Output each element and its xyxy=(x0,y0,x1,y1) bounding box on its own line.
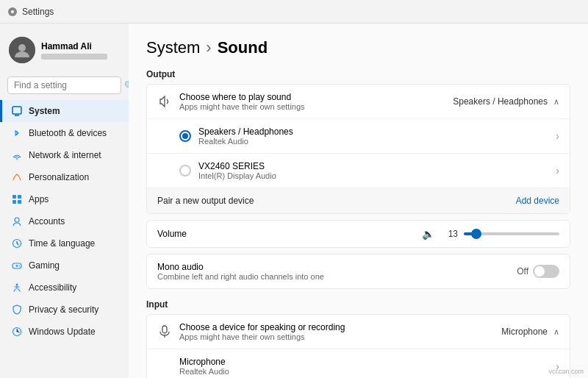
sidebar-item-gaming[interactable]: Gaming xyxy=(0,254,129,277)
sidebar-item-time[interactable]: Time & language xyxy=(0,232,129,254)
input-section-label: Input xyxy=(146,299,570,310)
microphone-row[interactable]: Microphone Realtek Audio › xyxy=(147,349,570,378)
vx2460-chevron: › xyxy=(556,165,559,176)
choose-input-value: Microphone xyxy=(501,327,548,337)
mono-audio-title: Mono audio xyxy=(157,262,517,272)
choose-output-subtitle: Apps might have their own settings xyxy=(179,102,453,111)
bluetooth-icon xyxy=(11,127,23,139)
mono-audio-content: Mono audio Combine left and right audio … xyxy=(157,262,517,281)
sidebar-item-accessibility[interactable]: Accessibility xyxy=(0,277,129,299)
speakers-subtitle: Realtek Audio xyxy=(198,137,556,146)
speakers-row[interactable]: Speakers / Headphones Realtek Audio › xyxy=(147,119,570,154)
input-chevron-up-icon: ∧ xyxy=(553,327,559,337)
user-email xyxy=(41,54,107,60)
user-name: Hammad Ali xyxy=(41,41,107,51)
microphone-subtitle: Realtek Audio xyxy=(179,367,556,376)
mono-audio-card: Mono audio Combine left and right audio … xyxy=(146,254,570,289)
choose-input-subtitle: Apps might have their own settings xyxy=(179,332,501,341)
accounts-icon xyxy=(11,215,23,227)
settings-window-icon xyxy=(7,7,18,17)
output-volume-speaker-icon: 🔈 xyxy=(422,228,434,240)
speakers-radio[interactable] xyxy=(179,130,191,142)
sidebar-item-accounts[interactable]: Accounts xyxy=(0,210,129,232)
personalization-icon xyxy=(11,171,23,183)
input-card: Choose a device for speaking or recordin… xyxy=(146,314,570,378)
avatar xyxy=(9,37,35,63)
network-icon xyxy=(11,149,23,161)
svg-point-4 xyxy=(16,158,18,160)
svg-point-15 xyxy=(16,284,18,286)
mono-audio-toggle[interactable] xyxy=(533,265,559,278)
vx2460-content: VX2460 SERIES Intel(R) Display Audio xyxy=(198,161,556,180)
pair-output-label: Pair a new output device xyxy=(157,196,254,206)
output-volume-card: Volume 🔈 13 xyxy=(146,220,570,248)
sidebar-label-system: System xyxy=(29,106,60,116)
svg-rect-7 xyxy=(12,200,16,204)
svg-rect-5 xyxy=(12,195,16,199)
user-profile[interactable]: Hammad Ali xyxy=(0,29,129,71)
breadcrumb-separator: › xyxy=(206,38,211,57)
speakers-chevron: › xyxy=(556,130,559,142)
main-content: System › Sound Output Choose where to pl… xyxy=(129,24,588,378)
choose-input-row[interactable]: Choose a device for speaking or recordin… xyxy=(147,315,570,349)
mono-audio-toggle-track[interactable] xyxy=(533,265,559,278)
vx2460-radio[interactable] xyxy=(179,165,191,176)
microphone-title: Microphone xyxy=(179,357,556,367)
svg-rect-6 xyxy=(18,195,21,199)
choose-output-value: Speakers / Headphones xyxy=(453,96,548,107)
microphone-icon xyxy=(157,324,172,339)
sidebar-item-network[interactable]: Network & internet xyxy=(0,144,129,166)
apps-icon xyxy=(11,193,23,205)
output-section-label: Output xyxy=(146,69,570,79)
mono-audio-row: Mono audio Combine left and right audio … xyxy=(147,254,570,288)
microphone-content: Microphone Realtek Audio xyxy=(179,357,556,376)
output-volume-slider[interactable] xyxy=(464,232,559,235)
breadcrumb-sound: Sound xyxy=(218,38,268,57)
title-bar: Settings xyxy=(0,0,588,24)
page-header: System › Sound xyxy=(146,38,570,57)
sidebar-item-update[interactable]: Windows Update xyxy=(0,321,129,343)
sidebar-label-time: Time & language xyxy=(29,238,95,249)
mono-audio-state: Off xyxy=(517,266,528,277)
time-icon xyxy=(11,238,23,249)
sidebar-label-gaming: Gaming xyxy=(29,260,60,271)
title-bar-label: Settings xyxy=(22,7,54,17)
sidebar-label-update: Windows Update xyxy=(29,327,96,337)
output-card: Choose where to play sound Apps might ha… xyxy=(146,84,570,214)
speaker-icon xyxy=(157,94,172,109)
speakers-content: Speakers / Headphones Realtek Audio xyxy=(198,126,556,146)
add-output-device-button[interactable]: Add device xyxy=(516,196,559,206)
mono-audio-toggle-thumb xyxy=(534,266,545,277)
sidebar-item-personalization[interactable]: Personalization xyxy=(0,166,129,188)
sidebar-item-bluetooth[interactable]: Bluetooth & devices xyxy=(0,122,129,144)
choose-input-right: Microphone ∧ xyxy=(501,327,559,337)
search-box[interactable]: 🔍 xyxy=(7,76,121,94)
svg-point-14 xyxy=(19,265,21,267)
gaming-icon xyxy=(11,260,23,271)
pair-output-row: Pair a new output device Add device xyxy=(147,188,570,213)
output-volume-right: 🔈 13 xyxy=(422,228,559,240)
update-icon xyxy=(11,326,23,338)
sidebar: Hammad Ali 🔍 System Bluetooth & devices xyxy=(0,24,129,378)
sidebar-item-system[interactable]: System xyxy=(0,100,129,122)
sidebar-label-apps: Apps xyxy=(29,194,49,204)
vx2460-row[interactable]: VX2460 SERIES Intel(R) Display Audio › xyxy=(147,154,570,188)
choose-input-content: Choose a device for speaking or recordin… xyxy=(179,322,501,341)
mono-audio-subtitle: Combine left and right audio channels in… xyxy=(157,272,517,281)
chevron-up-icon: ∧ xyxy=(553,97,559,107)
sidebar-label-accessibility: Accessibility xyxy=(29,282,76,293)
sidebar-item-apps[interactable]: Apps xyxy=(0,188,129,210)
choose-output-row[interactable]: Choose where to play sound Apps might ha… xyxy=(147,85,570,119)
sidebar-label-personalization: Personalization xyxy=(29,172,89,182)
sidebar-item-privacy[interactable]: Privacy & security xyxy=(0,299,129,321)
search-input[interactable] xyxy=(14,80,124,90)
mono-audio-right: Off xyxy=(517,265,559,278)
svg-rect-2 xyxy=(12,107,21,114)
sidebar-label-network: Network & internet xyxy=(29,150,101,160)
choose-input-title: Choose a device for speaking or recordin… xyxy=(179,322,501,332)
choose-output-content: Choose where to play sound Apps might ha… xyxy=(179,92,453,111)
system-icon xyxy=(11,105,23,117)
sidebar-label-bluetooth: Bluetooth & devices xyxy=(29,128,107,138)
accessibility-icon xyxy=(11,282,23,293)
output-volume-row: Volume 🔈 13 xyxy=(147,221,570,247)
